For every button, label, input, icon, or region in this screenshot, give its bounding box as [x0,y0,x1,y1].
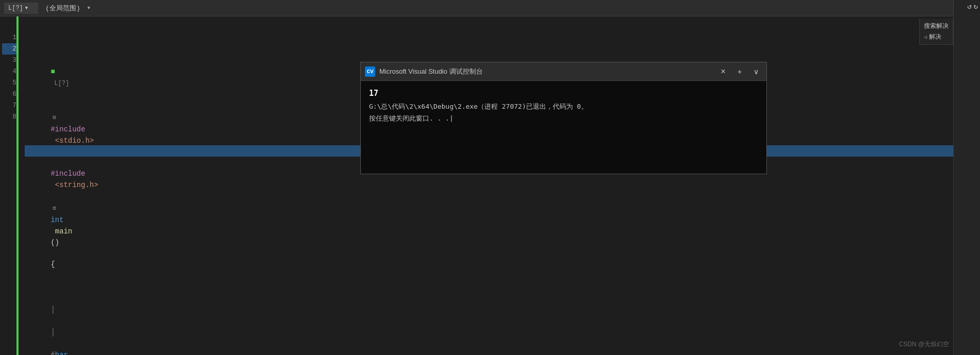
green-indicator-bar [16,16,19,355]
solution-item[interactable]: ◁ 解决 [924,32,949,41]
right-sidebar: ↺ ↻ [953,0,980,355]
top-right-icons: ↺ ↻ [967,2,978,11]
main-func: main [50,227,72,235]
undo-icon[interactable]: ↺ [967,2,971,11]
toolbar-dropdown-1[interactable]: L[?] ▼ [4,3,38,14]
debug-window-title: Microsoft Visual Studio 调试控制台 [379,67,713,76]
debug-icon-text: CV [366,69,373,75]
debug-app-icon: CV [365,66,375,77]
collapse-icon-3[interactable]: ⊟ [50,203,58,214]
vert-bar-6a: │ [50,351,55,355]
redo-icon[interactable]: ↻ [974,2,978,11]
collapse-icon-1[interactable]: ⊟ [50,112,58,124]
debug-add-button[interactable]: + [733,65,746,78]
include-path-2: <string.h> [50,181,98,189]
solution-panel: 搜索解决 ◁ 解决 [919,19,953,45]
debug-close-tab-button[interactable]: × [717,65,729,78]
include-keyword-2: #include [50,170,85,178]
code-line-4: { [25,236,980,247]
line-numbers: 1 2 3 4 5 6 7 8 [0,16,19,355]
code-line-6: │ │ printf ( "%d" , strlen (c)); [25,327,980,338]
solution-icon: ◁ [924,34,927,40]
search-label: 搜索解决 [924,22,949,30]
vert-bar-5a: │ [50,306,55,314]
solution-label: 解决 [929,32,941,41]
debug-titlebar: CV Microsoft Visual Studio 调试控制台 × + ∨ [361,62,766,81]
code-line-5: │ │ char c[] = { "He just is a boy!" }; [25,281,980,293]
include-keyword-1: #include [50,125,85,133]
dropdown-1-arrow: ▼ [25,6,28,11]
include-path-1: <stdio.h> [50,137,94,145]
debug-output: 17 G:\总\代码\2\x64\Debug\2.exe（进程 27072)已退… [361,81,766,174]
debug-output-number: 17 [369,87,758,99]
toolbar-scope-arrow: ▼ [87,6,90,11]
toolbar-scope-label: (全局范围) [41,4,84,13]
debug-cursor: | [449,114,453,122]
toolbar: L[?] ▼ (全局范围) ▼ ⊣ [0,0,980,16]
code-line-3: ⊟ int main () [25,191,980,202]
int-keyword: int [50,216,63,224]
toolbar-dropdown-1-label: L[?] [8,5,23,12]
main-parens: () [50,239,59,247]
debug-prompt-text: 按任意键关闭此窗口. . . [369,114,449,122]
debug-output-prompt: 按任意键关闭此窗口. . .| [369,113,758,124]
debug-output-path: G:\总\代码\2\x64\Debug\2.exe（进程 27072)已退出，代… [369,102,758,112]
debug-chevron-button[interactable]: ∨ [750,65,762,78]
watermark: CSDN @无烁幻空 [899,340,949,349]
vert-bar-5b: │ [50,328,55,336]
code-header: ■ [50,67,55,76]
code-header-text: L[?] [50,80,69,87]
debug-console-window: CV Microsoft Visual Studio 调试控制台 × + ∨ 1… [360,62,767,174]
open-brace: { [50,260,55,268]
